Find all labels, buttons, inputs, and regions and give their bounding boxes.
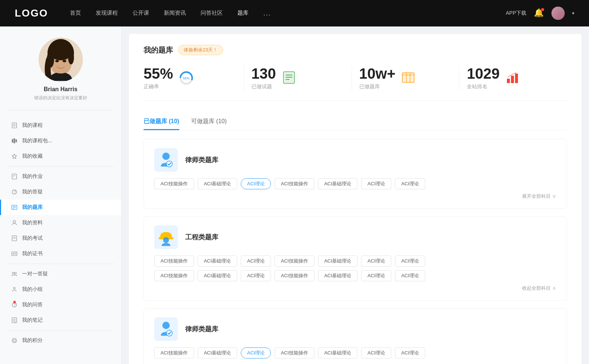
tag-2-13[interactable]: ACI理论 [395, 270, 425, 281]
svg-rect-53 [402, 73, 414, 82]
nav-avatar[interactable] [551, 7, 565, 20]
points-icon [11, 337, 18, 344]
sidebar-item-my-question[interactable]: ? 我的问答 [0, 297, 121, 313]
tag-1-0[interactable]: ACI技能操作 [154, 178, 194, 189]
nav-link-open[interactable]: 公开课 [133, 10, 149, 17]
stat-rank: 1029 全站排名 [459, 65, 567, 90]
sidebar-item-my-questionbank[interactable]: 我的题库 [0, 200, 121, 215]
sidebar-item-one-on-one[interactable]: 一对一答疑 [0, 266, 121, 282]
svg-point-8 [63, 60, 66, 63]
qbank-icon-lawyer-1 [154, 148, 178, 172]
stat-rank-val: 1029 全站排名 [467, 65, 500, 90]
tag-1-2[interactable]: ACI理论 [241, 178, 271, 189]
nav-link-more[interactable]: ... [263, 10, 271, 17]
tag-1-1[interactable]: ACI基础理论 [198, 178, 237, 189]
tag-2-9[interactable]: ACI理论 [241, 270, 271, 281]
tag-2-8[interactable]: ACI基础理论 [198, 270, 237, 281]
tag-3-1[interactable]: ACI基础理论 [198, 347, 237, 358]
tab-available-banks[interactable]: 可做题库 (10) [191, 114, 227, 130]
qbank-footer-2: 收起全部科目 ∧ [154, 285, 556, 292]
sidebar-item-my-qa[interactable]: ? 我的答疑 [0, 184, 121, 200]
tabs-row: 已做题库 (10) 可做题库 (10) [144, 114, 567, 130]
qbank-footer-1: 展开全部科目 ∨ [154, 193, 556, 200]
collapse-button-2[interactable]: 收起全部科目 ∧ [522, 285, 556, 292]
qbank-tags-3: ACI技能操作 ACI基础理论 ACI理论 ACI技能操作 ACI基础理论 AC… [154, 347, 556, 358]
tag-3-4[interactable]: ACI基础理论 [318, 347, 358, 358]
svg-point-44 [13, 339, 15, 342]
expand-button-1[interactable]: 展开全部科目 ∨ [522, 193, 556, 200]
nav-link-questionbank[interactable]: 题库 [237, 10, 248, 17]
stat-accuracy-value: 55% 正确率 [144, 65, 173, 90]
tag-1-6[interactable]: ACI理论 [395, 178, 425, 189]
tag-2-7[interactable]: ACI技能操作 [154, 270, 194, 281]
tag-2-10[interactable]: ACI技能操作 [275, 270, 314, 281]
nav-links: 首页 发现课程 公开课 新闻资讯 问答社区 题库 ... [70, 10, 506, 17]
nav-link-qa[interactable]: 问答社区 [201, 10, 223, 17]
nav-app-download[interactable]: APP下载 [506, 10, 526, 17]
done-questions-icon [282, 71, 297, 85]
qbank-header-1: 律师类题库 [154, 148, 556, 172]
tag-3-5[interactable]: ACI理论 [361, 347, 391, 358]
profile-icon [11, 220, 18, 226]
svg-marker-16 [12, 154, 17, 158]
tag-3-2[interactable]: ACI理论 [241, 347, 271, 358]
sidebar-item-my-course-pack[interactable]: 我的课程包... [0, 133, 121, 149]
qbank-tags-1: ACI技能操作 ACI基础理论 ACI理论 ACI技能操作 ACI基础理论 AC… [154, 178, 556, 189]
tag-1-3[interactable]: ACI技能操作 [275, 178, 314, 189]
tag-2-1[interactable]: ACI基础理论 [198, 256, 237, 267]
nav-chevron-icon[interactable]: ▾ [572, 11, 574, 16]
nav-link-discover[interactable]: 发现课程 [96, 10, 118, 17]
tag-2-11[interactable]: ACI基础理论 [318, 270, 358, 281]
tag-2-2[interactable]: ACI理论 [241, 256, 271, 267]
tag-2-6[interactable]: ACI理论 [395, 256, 425, 267]
sidebar-item-my-cert[interactable]: 我的证书 [0, 246, 121, 261]
sidebar-menu: 我的课程 我的课程包... 我的收藏 我的作业 [0, 114, 121, 352]
svg-point-35 [15, 272, 17, 274]
sidebar-item-my-course[interactable]: 我的课程 [0, 118, 121, 133]
nav-right: APP下载 🔔 ▾ [506, 7, 574, 20]
oneonone-icon [11, 271, 18, 277]
svg-point-26 [13, 221, 16, 223]
sidebar: Brian Harris 错误的决定比没有决定要好 我的课程 我的课程包... [0, 26, 121, 364]
page-layout: Brian Harris 错误的决定比没有决定要好 我的课程 我的课程包... [0, 26, 589, 364]
qbank-tags-2-row1: ACI技能操作 ACI基础理论 ACI理论 ACI技能操作 ACI基础理论 AC… [154, 256, 556, 267]
qbank-card-lawyer-2: 律师类题库 ACI技能操作 ACI基础理论 ACI理论 ACI技能操作 ACI基… [144, 308, 567, 364]
sidebar-item-my-group[interactable]: 我的小组 [0, 282, 121, 297]
tag-1-4[interactable]: ACI基础理论 [318, 178, 358, 189]
svg-point-36 [14, 288, 15, 289]
sidebar-item-my-exam[interactable]: 我的考试 [0, 231, 121, 246]
svg-point-66 [166, 330, 172, 336]
stat-accuracy: 55% 正确率 55% [144, 65, 244, 90]
nav-link-home[interactable]: 首页 [70, 10, 81, 17]
tag-2-5[interactable]: ACI理论 [361, 256, 391, 267]
notification-dot [541, 8, 544, 11]
svg-point-64 [163, 237, 169, 243]
tag-2-0[interactable]: ACI技能操作 [154, 256, 194, 267]
sidebar-item-my-notes[interactable]: 我的笔记 [0, 313, 121, 328]
sidebar-item-my-points[interactable]: 我的积分 [0, 333, 121, 348]
cert-icon [11, 250, 18, 257]
question-dot [13, 301, 16, 303]
trial-badge: 体验剩余23天！ [178, 45, 223, 55]
sidebar-item-my-profile[interactable]: 我的资料 [0, 215, 121, 231]
tag-1-5[interactable]: ACI理论 [361, 178, 391, 189]
tag-2-3[interactable]: ACI技能操作 [275, 256, 314, 267]
sidebar-item-my-favorite[interactable]: 我的收藏 [0, 149, 121, 164]
svg-point-7 [55, 60, 59, 63]
page-title-row: 我的题库 体验剩余23天！ [144, 45, 567, 55]
stat-done-questions: 130 已做试题 [244, 65, 352, 90]
tag-2-12[interactable]: ACI理论 [361, 270, 391, 281]
nav-bell-button[interactable]: 🔔 [534, 8, 544, 18]
sidebar-divider-2 [7, 264, 114, 264]
svg-point-6 [68, 51, 74, 64]
tab-done-banks[interactable]: 已做题库 (10) [144, 114, 179, 130]
sidebar-item-my-homework[interactable]: 我的作业 [0, 169, 121, 184]
tag-3-3[interactable]: ACI技能操作 [275, 347, 314, 358]
homework-icon [11, 173, 18, 180]
tag-3-6[interactable]: ACI理论 [395, 347, 425, 358]
nav-link-news[interactable]: 新闻资讯 [164, 10, 186, 17]
tag-3-0[interactable]: ACI技能操作 [154, 347, 194, 358]
tag-2-4[interactable]: ACI基础理论 [318, 256, 358, 267]
qbank-card-lawyer-1: 律师类题库 ACI技能操作 ACI基础理论 ACI理论 ACI技能操作 ACI基… [144, 139, 567, 209]
svg-rect-15 [15, 139, 17, 142]
